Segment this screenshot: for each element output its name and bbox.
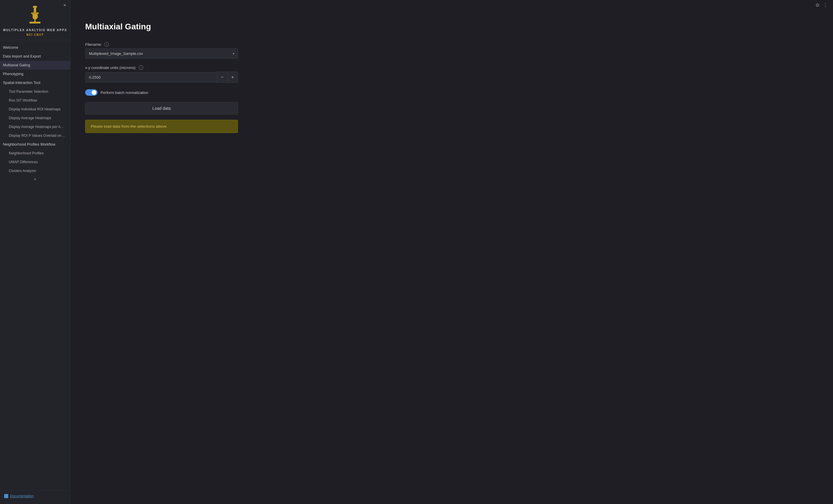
xy-label: x-y coordinate units (microns): — [85, 66, 136, 70]
sidebar-item-tool-parameter-selection[interactable]: Tool Parameter Selection — [0, 87, 70, 96]
close-button[interactable]: × — [64, 3, 66, 8]
sidebar-item-display-roi-p-values[interactable]: Display ROI P Values Overlaid on Slides — [0, 131, 70, 140]
filename-label-row: Filename: i — [85, 42, 238, 47]
sidebar-nav: Welcome Data Import and Export Multiaxia… — [0, 40, 70, 490]
batch-norm-toggle[interactable] — [85, 89, 97, 96]
sidebar-item-spatial-interaction-tool[interactable]: Spatial-Interaction Tool — [0, 78, 70, 87]
menu-icon[interactable]: ⋮ — [823, 2, 828, 8]
batch-norm-label: Perform batch normalization — [100, 91, 148, 95]
xy-group: x-y coordinate units (microns): i − + — [85, 65, 238, 83]
main-content: ⚙ ⋮ Multiaxial Gating Filename: i Multip… — [71, 0, 833, 504]
documentation-link[interactable]: Documentation — [4, 494, 66, 498]
sidebar-item-umap-differences[interactable]: UMAP Differences — [0, 158, 70, 167]
xy-info-icon[interactable]: i — [139, 65, 143, 70]
xy-input-row: − + — [85, 72, 238, 83]
svg-rect-7 — [31, 12, 39, 14]
sidebar-item-display-average-heatmaps-annota[interactable]: Display Average Heatmaps per Annota... — [0, 122, 70, 131]
filename-select[interactable]: Multiplexed_Image_Sample.csv — [85, 48, 238, 59]
sidebar-item-welcome[interactable]: Welcome — [0, 43, 70, 52]
toggle-knob — [92, 90, 96, 95]
xy-decrement-button[interactable]: − — [217, 72, 227, 83]
xy-input[interactable] — [85, 72, 217, 82]
filename-select-wrapper: Multiplexed_Image_Sample.csv ▾ — [85, 48, 238, 59]
app-subtitle: NCI CBIIT — [26, 33, 44, 36]
sidebar-item-run-sit-workflow[interactable]: Run SIT Workflow — [0, 96, 70, 105]
content-area: Multiaxial Gating Filename: i Multiplexe… — [71, 10, 833, 504]
svg-rect-5 — [34, 19, 35, 22]
batch-norm-row: Perform batch normalization — [85, 89, 238, 96]
sidebar-item-display-average-heatmaps[interactable]: Display Average Heatmaps — [0, 114, 70, 122]
sidebar-item-display-individual-roi[interactable]: Display Individual ROI Heatmaps — [0, 105, 70, 114]
topbar: ⚙ ⋮ — [71, 0, 833, 10]
sidebar-header: × MULTIPLEX ANALYSIS WEB APPS NCI CBIIT — [0, 0, 70, 40]
sidebar-item-neighborhood-profiles[interactable]: Neighborhood Profiles — [0, 149, 70, 158]
sidebar-item-multiaxial-gating[interactable]: Multiaxial Gating — [0, 61, 70, 70]
load-data-button[interactable]: Load data — [85, 102, 238, 115]
alert-banner: Please load data from the selections abo… — [85, 120, 238, 133]
microscope-icon — [26, 5, 44, 26]
gear-icon[interactable]: ⚙ — [815, 2, 819, 8]
sidebar-item-data-import[interactable]: Data Import and Export — [0, 52, 70, 61]
filename-label: Filename: — [85, 42, 102, 47]
sidebar-footer: Documentation — [0, 490, 70, 504]
doc-icon — [4, 494, 8, 498]
sidebar-item-phenotyping[interactable]: Phenotyping — [0, 70, 70, 78]
xy-label-row: x-y coordinate units (microns): i — [85, 65, 238, 70]
sidebar-item-neighborhood-profiles-workflow[interactable]: Neighborhood Profiles Workflow — [0, 140, 70, 149]
form-section: Filename: i Multiplexed_Image_Sample.csv… — [85, 42, 238, 133]
collapse-arrow[interactable]: ▲ — [0, 175, 70, 182]
page-title: Multiaxial Gating — [85, 22, 818, 31]
xy-increment-button[interactable]: + — [227, 72, 238, 83]
sidebar-item-clusters-analyzer[interactable]: Clusters Analyzer — [0, 167, 70, 175]
filename-info-icon[interactable]: i — [104, 42, 109, 47]
app-title: MULTIPLEX ANALYSIS WEB APPS — [3, 28, 67, 32]
sidebar: × MULTIPLEX ANALYSIS WEB APPS NCI CBIIT … — [0, 0, 71, 504]
documentation-link-label: Documentation — [10, 494, 34, 498]
filename-group: Filename: i Multiplexed_Image_Sample.csv… — [85, 42, 238, 59]
